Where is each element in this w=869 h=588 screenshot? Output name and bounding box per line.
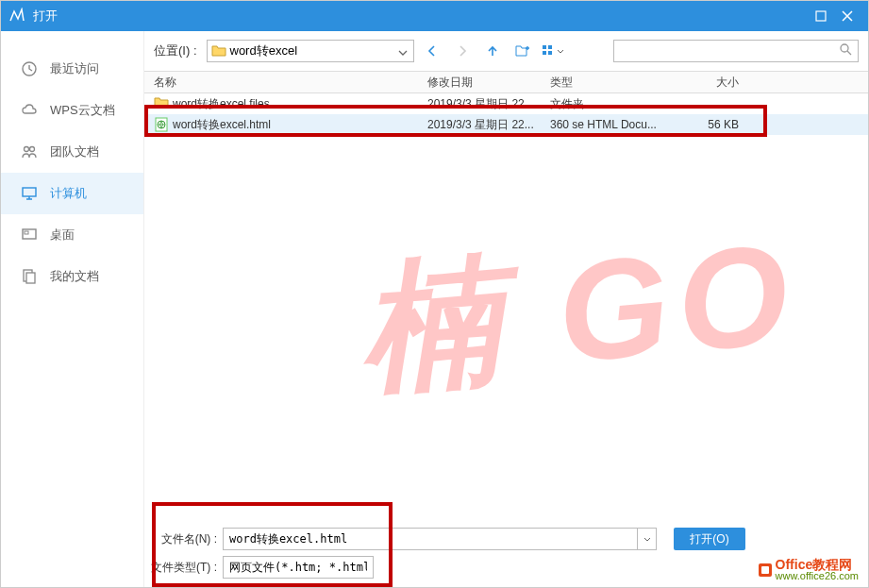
list-header: 名称 修改日期 类型 大小 <box>144 71 868 93</box>
location-text: word转excel <box>230 42 398 59</box>
forward-button[interactable] <box>450 40 475 62</box>
documents-icon <box>20 267 39 286</box>
location-combo[interactable]: word转excel <box>207 40 414 62</box>
desktop-icon <box>20 226 39 244</box>
svg-rect-0 <box>816 11 826 21</box>
svg-rect-10 <box>548 45 552 49</box>
column-name[interactable]: 名称 <box>144 75 427 91</box>
column-type[interactable]: 类型 <box>550 75 673 91</box>
computer-icon <box>20 184 39 203</box>
sidebar-item-label: 最近访问 <box>50 60 99 77</box>
filename-dropdown[interactable] <box>638 528 657 550</box>
file-name: word转换excel files <box>173 96 270 112</box>
search-box[interactable] <box>613 40 859 62</box>
svg-point-2 <box>25 147 29 152</box>
sidebar-item-documents[interactable]: 我的文档 <box>1 256 143 297</box>
view-button[interactable] <box>541 40 565 62</box>
list-item[interactable]: word转换excel.html 2019/3/3 星期日 22... 360 … <box>144 114 868 135</box>
search-icon <box>839 42 852 59</box>
folder-icon <box>211 44 226 58</box>
titlebar: 打开 <box>1 1 868 31</box>
chevron-down-icon <box>398 42 409 59</box>
svg-point-13 <box>841 44 848 52</box>
svg-point-3 <box>30 147 35 152</box>
new-folder-button[interactable] <box>510 40 535 62</box>
sidebar-item-desktop[interactable]: 桌面 <box>1 214 143 256</box>
open-button[interactable]: 打开(O) <box>674 528 745 550</box>
maximize-button[interactable] <box>808 3 834 29</box>
sidebar-item-label: 团队文档 <box>50 143 99 160</box>
svg-rect-9 <box>543 45 546 49</box>
up-button[interactable] <box>480 40 505 62</box>
folder-icon <box>154 96 169 111</box>
app-logo-icon <box>8 8 25 25</box>
sidebar-item-label: WPS云文档 <box>50 102 115 119</box>
brand-url: www.office26.com <box>776 571 859 581</box>
team-icon <box>20 143 39 161</box>
sidebar-item-computer[interactable]: 计算机 <box>1 173 143 214</box>
sidebar-item-label: 桌面 <box>50 227 75 244</box>
bottom-panel: 文件名(N) : 打开(O) 文件类型(T) : <box>147 525 859 581</box>
sidebar-item-recent[interactable]: 最近访问 <box>1 48 143 90</box>
file-list: word转换excel files 2019/3/3 星期日 22... 文件夹… <box>144 93 868 587</box>
cloud-icon <box>20 101 39 120</box>
sidebar: 最近访问 WPS云文档 团队文档 计算机 桌面 我的文档 <box>1 31 144 587</box>
file-name: word转换excel.html <box>173 117 271 133</box>
brand-text: Office教程网 <box>776 558 859 571</box>
list-item[interactable]: word转换excel files 2019/3/3 星期日 22... 文件夹 <box>144 93 868 114</box>
filetype-input[interactable] <box>223 556 374 579</box>
svg-rect-4 <box>23 188 36 196</box>
html-file-icon <box>154 117 169 132</box>
file-date: 2019/3/3 星期日 22... <box>427 117 550 133</box>
sidebar-item-team[interactable]: 团队文档 <box>1 131 143 173</box>
search-input[interactable] <box>620 44 839 58</box>
svg-rect-11 <box>543 51 546 55</box>
sidebar-item-label: 我的文档 <box>50 268 99 285</box>
window-title: 打开 <box>33 8 808 25</box>
toolbar: 位置(I) : word转excel <box>144 31 868 71</box>
svg-rect-12 <box>548 51 552 55</box>
svg-rect-6 <box>25 231 28 234</box>
filename-label: 文件名(N) : <box>147 531 217 547</box>
file-type: 360 se HTML Docu... <box>550 118 673 131</box>
office-logo-icon <box>757 562 774 579</box>
svg-rect-8 <box>26 273 35 283</box>
close-button[interactable] <box>834 3 861 29</box>
sidebar-item-cloud[interactable]: WPS云文档 <box>1 90 143 131</box>
filetype-label: 文件类型(T) : <box>147 560 217 576</box>
location-label: 位置(I) : <box>154 42 197 59</box>
filename-input[interactable] <box>223 528 638 550</box>
column-date[interactable]: 修改日期 <box>427 75 550 91</box>
watermark-brand: Office教程网 www.office26.com <box>757 558 859 581</box>
sidebar-item-label: 计算机 <box>50 185 87 202</box>
file-type: 文件夹 <box>550 96 673 112</box>
file-size: 56 KB <box>673 118 758 131</box>
file-date: 2019/3/3 星期日 22... <box>427 96 550 112</box>
back-button[interactable] <box>420 40 444 62</box>
clock-icon <box>20 59 39 78</box>
svg-rect-17 <box>761 566 769 574</box>
column-size[interactable]: 大小 <box>673 75 758 91</box>
